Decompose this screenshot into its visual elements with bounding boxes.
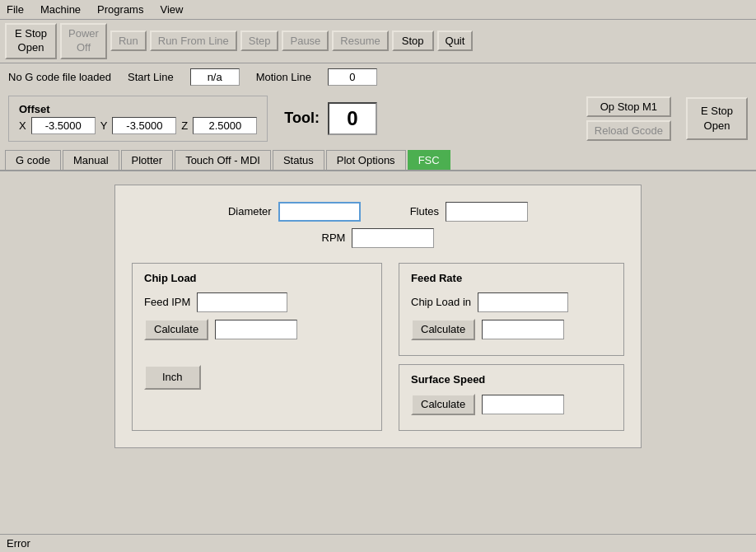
- tool-number: 0: [328, 102, 377, 135]
- quit-button[interactable]: Quit: [437, 30, 474, 51]
- chip-load-box: Chip Load Feed IPM Calculate Inch: [132, 263, 382, 431]
- menu-machine[interactable]: Machine: [37, 2, 84, 17]
- chip-load-in-input[interactable]: [478, 292, 568, 312]
- rpm-input[interactable]: [352, 228, 434, 248]
- fsc-sections: Chip Load Feed IPM Calculate Inch Feed R…: [132, 263, 624, 431]
- inch-button[interactable]: Inch: [144, 365, 201, 390]
- menu-programs[interactable]: Programs: [94, 2, 147, 17]
- feed-rate-box: Feed Rate Chip Load in Calculate: [399, 263, 624, 356]
- tab-row: G code Manual Plotter Touch Off - MDI St…: [0, 147, 756, 171]
- chip-load-title: Chip Load: [144, 272, 370, 284]
- diameter-input[interactable]: [278, 202, 361, 222]
- offset-x-label: X: [19, 119, 26, 132]
- tab-plotter[interactable]: Plotter: [121, 150, 174, 170]
- tab-manual[interactable]: Manual: [63, 150, 119, 170]
- feed-rate-result: [482, 320, 564, 339]
- stop-button[interactable]: Stop: [392, 30, 434, 51]
- offset-y-label: Y: [100, 119, 108, 132]
- statusbar: Error: [0, 534, 756, 552]
- offset-group: Offset X Y Z: [8, 96, 268, 142]
- middle-row: Offset X Y Z Tool: 0 Op Stop M1 Reload G…: [0, 91, 756, 147]
- surface-speed-calc-row: Calculate: [411, 394, 612, 415]
- fsc-content: Diameter Flutes RPM Chip Load Feed IPM: [0, 171, 756, 461]
- feed-ipm-label: Feed IPM: [144, 296, 190, 308]
- diameter-label: Diameter: [228, 205, 272, 218]
- right-sections: Feed Rate Chip Load in Calculate Surface…: [399, 263, 624, 431]
- status-label: No G code file loaded: [8, 71, 111, 83]
- run-from-line-button: Run From Line: [150, 30, 237, 51]
- chip-load-in-row: Chip Load in: [411, 292, 612, 312]
- right-buttons: Op Stop M1 Reload Gcode: [586, 96, 671, 141]
- feed-rate-calc-row: Calculate: [411, 319, 612, 340]
- tool-display: Tool: 0: [284, 102, 377, 135]
- estop-open-button-right[interactable]: E Stop Open: [686, 97, 748, 140]
- tab-plot-options[interactable]: Plot Options: [326, 150, 406, 170]
- start-line-label: Start Line: [128, 71, 174, 83]
- menu-view[interactable]: View: [156, 2, 186, 17]
- pause-button: Pause: [282, 30, 329, 51]
- diameter-row: Diameter: [228, 202, 361, 222]
- menu-file[interactable]: File: [3, 2, 27, 17]
- tab-gcode[interactable]: G code: [5, 150, 61, 170]
- rpm-label: RPM: [322, 232, 346, 244]
- chip-load-in-label: Chip Load in: [411, 296, 471, 308]
- estop-open-button[interactable]: E Stop Open: [5, 23, 57, 59]
- rpm-row: RPM: [322, 228, 435, 248]
- step-button: Step: [240, 30, 279, 51]
- tab-status[interactable]: Status: [273, 150, 324, 170]
- surface-speed-title: Surface Speed: [411, 373, 612, 386]
- inch-container: Inch: [144, 365, 370, 390]
- offset-z-input[interactable]: [193, 117, 257, 134]
- toolbar: E Stop Open Power Off Run Run From Line …: [0, 20, 756, 63]
- flutes-row: Flutes: [410, 202, 528, 222]
- chip-load-calculate-button[interactable]: Calculate: [144, 319, 208, 340]
- feed-ipm-input[interactable]: [197, 292, 287, 312]
- feed-rate-calculate-button[interactable]: Calculate: [411, 319, 475, 340]
- run-button: Run: [110, 30, 147, 51]
- feed-ipm-row: Feed IPM: [144, 292, 370, 312]
- start-line-value: n/a: [190, 68, 240, 86]
- tab-touch-off-mdi[interactable]: Touch Off - MDI: [175, 150, 271, 170]
- offset-x-input[interactable]: [31, 117, 96, 134]
- tab-fsc[interactable]: FSC: [408, 150, 450, 170]
- status-text: Error: [7, 537, 30, 550]
- fsc-panel: Diameter Flutes RPM Chip Load Feed IPM: [114, 185, 642, 448]
- surface-speed-box: Surface Speed Calculate: [399, 364, 624, 431]
- flutes-input[interactable]: [446, 202, 528, 222]
- op-stop-button[interactable]: Op Stop M1: [586, 96, 671, 117]
- resume-button: Resume: [332, 30, 388, 51]
- motion-line-value: 0: [328, 68, 377, 86]
- flutes-label: Flutes: [410, 205, 439, 218]
- offset-y-input[interactable]: [112, 117, 176, 134]
- tool-label: Tool:: [284, 110, 320, 127]
- feed-rate-title: Feed Rate: [411, 272, 612, 284]
- power-off-button: Power Off: [60, 23, 107, 59]
- surface-speed-result: [482, 395, 564, 414]
- reload-gcode-button: Reload Gcode: [586, 120, 671, 141]
- menubar: File Machine Programs View: [0, 0, 756, 20]
- motion-line-label: Motion Line: [256, 71, 311, 83]
- offset-z-label: Z: [181, 119, 188, 132]
- chip-load-calc-row: Calculate: [144, 319, 370, 340]
- offset-title: Offset: [19, 103, 257, 115]
- surface-speed-calculate-button[interactable]: Calculate: [411, 394, 475, 415]
- inforow: No G code file loaded Start Line n/a Mot…: [0, 63, 756, 91]
- chip-load-result: [215, 320, 297, 339]
